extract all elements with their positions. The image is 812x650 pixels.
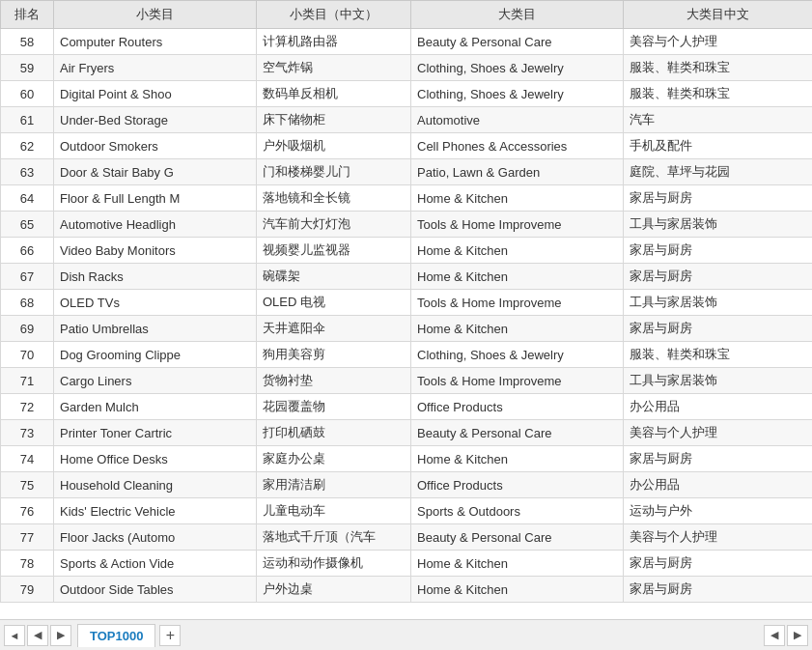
table-cell: 庭院、草坪与花园 — [624, 159, 813, 185]
table-cell: 门和楼梯婴儿门 — [257, 159, 411, 185]
nav-next-button[interactable]: ▶ — [50, 625, 71, 646]
table-cell: 狗用美容剪 — [257, 342, 411, 368]
table-cell: 视频婴儿监视器 — [257, 238, 411, 264]
table-cell: 65 — [1, 212, 54, 238]
table-cell: 63 — [1, 159, 54, 185]
table-cell: 家居与厨房 — [624, 316, 813, 342]
table-cell: Tools & Home Improveme — [411, 212, 624, 238]
table-cell: 58 — [1, 29, 54, 55]
table-cell: 碗碟架 — [257, 264, 411, 290]
table-cell: Cargo Liners — [54, 368, 257, 394]
table-cell: Floor Jacks (Automo — [54, 524, 257, 551]
table-cell: 家居与厨房 — [624, 446, 813, 472]
table-cell: 工具与家居装饰 — [624, 212, 813, 238]
table-cell: 71 — [1, 368, 54, 394]
table-cell: 59 — [1, 55, 54, 81]
table-cell: 服装、鞋类和珠宝 — [624, 81, 813, 107]
header-sub-en: 小类目 — [54, 1, 257, 29]
table-cell: 汽车前大灯灯泡 — [257, 212, 411, 238]
table-row: 78Sports & Action Vide运动和动作摄像机Home & Kit… — [1, 551, 813, 577]
table-cell: 73 — [1, 420, 54, 446]
table-cell: OLED TVs — [54, 290, 257, 316]
table-row: 64Floor & Full Length M落地镜和全长镜Home & Kit… — [1, 185, 813, 212]
scroll-right-button[interactable]: ◀ — [764, 625, 785, 646]
table-row: 65Automotive Headligh汽车前大灯灯泡Tools & Home… — [1, 212, 813, 238]
table-row: 74Home Office Desks家庭办公桌Home & Kitchen家居… — [1, 446, 813, 472]
nav-first-button[interactable]: ◄ — [4, 625, 25, 646]
table-cell: Patio, Lawn & Garden — [411, 159, 624, 185]
table-cell: 70 — [1, 342, 54, 368]
table-cell: Tools & Home Improveme — [411, 290, 624, 316]
table-cell: Home & Kitchen — [411, 238, 624, 264]
table-cell: Sports & Outdoors — [411, 498, 624, 524]
table-cell: Printer Toner Cartric — [54, 420, 257, 446]
table-cell: 家居与厨房 — [624, 551, 813, 577]
table-cell: Dog Grooming Clippe — [54, 342, 257, 368]
table-row: 66Video Baby Monitors视频婴儿监视器Home & Kitch… — [1, 238, 813, 264]
table-row: 69Patio Umbrellas天井遮阳伞Home & Kitchen家居与厨… — [1, 316, 813, 342]
scroll-end-button[interactable]: ▶ — [787, 625, 808, 646]
table-cell: Outdoor Smokers — [54, 133, 257, 159]
table-cell: 户外边桌 — [257, 577, 411, 603]
table-row: 63Door & Stair Baby G门和楼梯婴儿门Patio, Lawn … — [1, 159, 813, 185]
table-cell: Clothing, Shoes & Jewelry — [411, 342, 624, 368]
add-sheet-button[interactable]: + — [159, 625, 181, 646]
table-cell: Office Products — [411, 394, 624, 420]
table-cell: 家居与厨房 — [624, 185, 813, 212]
sheet-tab-top1000[interactable]: TOP1000 — [77, 624, 155, 647]
table-cell: 户外吸烟机 — [257, 133, 411, 159]
table-row: 73Printer Toner Cartric打印机硒鼓Beauty & Per… — [1, 420, 813, 446]
table-cell: Automotive Headligh — [54, 212, 257, 238]
table-cell: 工具与家居装饰 — [624, 368, 813, 394]
table-cell: 服装、鞋类和珠宝 — [624, 342, 813, 368]
table-cell: 家居与厨房 — [624, 264, 813, 290]
nav-prev-button[interactable]: ◀ — [27, 625, 48, 646]
table-cell: 76 — [1, 498, 54, 524]
table-cell: Automotive — [411, 107, 624, 133]
table-cell: 办公用品 — [624, 394, 813, 420]
table-cell: 美容与个人护理 — [624, 29, 813, 55]
table-row: 71Cargo Liners货物衬垫Tools & Home Improveme… — [1, 368, 813, 394]
table-cell: 工具与家居装饰 — [624, 290, 813, 316]
table-cell: Home & Kitchen — [411, 446, 624, 472]
table-cell: 落地式千斤顶（汽车 — [257, 524, 411, 551]
table-row: 67Dish Racks碗碟架Home & Kitchen家居与厨房 — [1, 264, 813, 290]
table-cell: Beauty & Personal Care — [411, 524, 624, 551]
table-cell: 运动与户外 — [624, 498, 813, 524]
spreadsheet: 排名 小类目 小类目（中文） 大类目 大类目中文 58Computer Rout… — [0, 0, 812, 650]
table-cell: Home Office Desks — [54, 446, 257, 472]
table-cell: Home & Kitchen — [411, 316, 624, 342]
table-cell: 69 — [1, 316, 54, 342]
table-wrapper: 排名 小类目 小类目（中文） 大类目 大类目中文 58Computer Rout… — [0, 0, 812, 619]
table-cell: 计算机路由器 — [257, 29, 411, 55]
table-cell: 美容与个人护理 — [624, 420, 813, 446]
table-cell: 62 — [1, 133, 54, 159]
table-cell: 汽车 — [624, 107, 813, 133]
table-cell: Home & Kitchen — [411, 577, 624, 603]
table-cell: 家庭办公桌 — [257, 446, 411, 472]
table-cell: Home & Kitchen — [411, 264, 624, 290]
table-cell: Digital Point & Shoo — [54, 81, 257, 107]
table-cell: Beauty & Personal Care — [411, 420, 624, 446]
table-cell: Cell Phones & Accessories — [411, 133, 624, 159]
table-cell: 货物衬垫 — [257, 368, 411, 394]
table-cell: 儿童电动车 — [257, 498, 411, 524]
table-cell: Patio Umbrellas — [54, 316, 257, 342]
table-row: 70Dog Grooming Clippe狗用美容剪Clothing, Shoe… — [1, 342, 813, 368]
table-cell: 60 — [1, 81, 54, 107]
table-row: 72Garden Mulch花园覆盖物Office Products办公用品 — [1, 394, 813, 420]
data-table: 排名 小类目 小类目（中文） 大类目 大类目中文 58Computer Rout… — [0, 0, 812, 603]
header-main-zh: 大类目中文 — [624, 1, 813, 29]
header-rank: 排名 — [1, 1, 54, 29]
table-row: 79Outdoor Side Tables户外边桌Home & Kitchen家… — [1, 577, 813, 603]
table-cell: 美容与个人护理 — [624, 524, 813, 551]
table-cell: 家用清洁刷 — [257, 472, 411, 498]
table-cell: 数码单反相机 — [257, 81, 411, 107]
table-row: 75Household Cleaning家用清洁刷Office Products… — [1, 472, 813, 498]
table-cell: Kids' Electric Vehicle — [54, 498, 257, 524]
table-cell: 落地镜和全长镜 — [257, 185, 411, 212]
table-cell: Household Cleaning — [54, 472, 257, 498]
table-cell: 64 — [1, 185, 54, 212]
header-row: 排名 小类目 小类目（中文） 大类目 大类目中文 — [1, 1, 813, 29]
table-cell: Dish Racks — [54, 264, 257, 290]
